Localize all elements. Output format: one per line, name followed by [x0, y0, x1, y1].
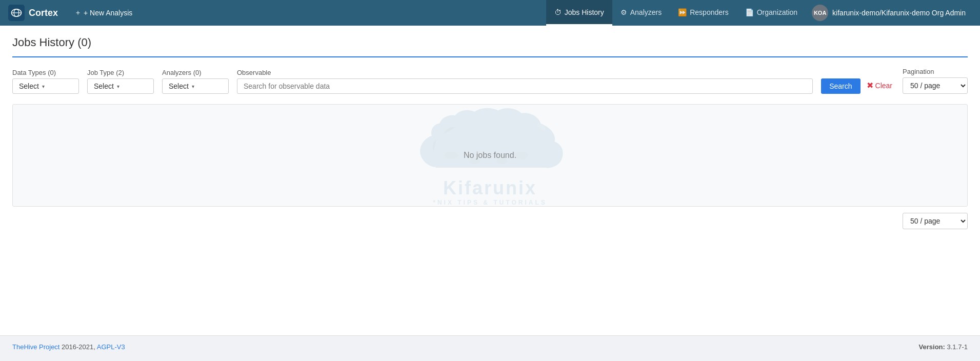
footer-version-label: Version: — [919, 343, 945, 351]
cortex-logo-icon — [8, 5, 25, 21]
job-type-filter: Job Type (2) Select ▾ — [87, 69, 154, 94]
clear-button[interactable]: ✖ Clear — [865, 77, 894, 94]
search-button[interactable]: Search — [821, 78, 860, 94]
rhino-icon — [403, 105, 577, 183]
nav-analyzers[interactable]: ⚙ Analyzers — [612, 0, 670, 26]
brand-name: Cortex — [29, 8, 58, 18]
pagination-select-bottom[interactable]: 50 / page 25 / page 10 / page 100 / page — [903, 213, 968, 229]
pagination-label: Pagination — [903, 68, 968, 75]
footer-version-number: 3.1.7-1 — [947, 343, 968, 351]
responder-icon: ⏩ — [678, 8, 687, 16]
nav-organization-label: Organization — [757, 8, 797, 16]
analyzers-caret: ▾ — [192, 84, 194, 89]
job-type-caret: ▾ — [117, 84, 119, 89]
timer-icon: ⏱ — [554, 8, 562, 16]
pagination-select-top[interactable]: 50 / page 25 / page 10 / page 100 / page — [903, 77, 968, 94]
new-analysis-button[interactable]: ＋ + New Analysis — [68, 5, 138, 21]
analyzers-filter-label: Analyzers (0) — [162, 69, 229, 76]
observable-label: Observable — [237, 69, 813, 76]
pagination-top: Pagination 50 / page 25 / page 10 / page… — [903, 68, 968, 94]
org-icon: 📄 — [745, 8, 754, 16]
watermark-brand-text: Kifarunix — [443, 177, 537, 199]
analyzers-select[interactable]: Select ▾ — [162, 78, 229, 94]
plus-icon: ＋ — [74, 8, 82, 17]
analyzers-filter: Analyzers (0) Select ▾ — [162, 69, 229, 94]
thehive-link[interactable]: TheHive Project — [12, 343, 59, 351]
footer-right: Version: 3.1.7-1 — [919, 343, 968, 351]
job-type-label: Job Type (2) — [87, 69, 154, 76]
search-actions: Search ✖ Clear — [821, 77, 894, 94]
user-menu[interactable]: KOA kifarunix-demo/Kifarunix-demo Org Ad… — [806, 5, 972, 21]
observable-search-input[interactable] — [237, 78, 813, 94]
observable-filter: Observable — [237, 69, 813, 94]
brand-logo[interactable]: Cortex — [8, 5, 58, 21]
no-jobs-message: No jobs found. — [464, 151, 516, 160]
data-types-filter: Data Types (0) Select ▾ — [12, 69, 79, 94]
data-types-select[interactable]: Select ▾ — [12, 78, 79, 94]
results-area: Kifarunix *NIX TIPS & TUTORIALS No jobs … — [12, 104, 968, 207]
footer: TheHive Project 2016-2021, AGPL-V3 Versi… — [0, 335, 980, 358]
data-types-btn-label: Select — [19, 82, 39, 90]
nav-items: ⏱ Jobs History ⚙ Analyzers ⏩ Responders … — [546, 0, 806, 26]
nav-responders-label: Responders — [690, 8, 729, 16]
nav-organization[interactable]: 📄 Organization — [737, 0, 806, 26]
footer-years-text: 2016-2021, — [62, 343, 95, 351]
job-type-select[interactable]: Select ▾ — [87, 78, 154, 94]
watermark-sub-text: *NIX TIPS & TUTORIALS — [433, 199, 547, 206]
filters-row: Data Types (0) Select ▾ Job Type (2) Sel… — [12, 68, 968, 94]
data-types-label: Data Types (0) — [12, 69, 79, 76]
new-analysis-label: + New Analysis — [84, 9, 132, 17]
clear-icon: ✖ — [867, 81, 873, 90]
avatar: KOA — [812, 5, 828, 21]
analyzers-btn-label: Select — [169, 82, 189, 90]
footer-left: TheHive Project 2016-2021, AGPL-V3 — [12, 343, 125, 351]
results-footer: 50 / page 25 / page 10 / page 100 / page — [12, 213, 968, 229]
nav-responders[interactable]: ⏩ Responders — [670, 0, 737, 26]
job-type-btn-label: Select — [94, 82, 114, 90]
svg-point-4 — [444, 151, 458, 159]
main-content: Jobs History (0) Data Types (0) Select ▾… — [0, 26, 980, 335]
clear-label: Clear — [875, 82, 892, 90]
cog-icon: ⚙ — [621, 8, 627, 16]
nav-jobs-history-label: Jobs History — [565, 8, 604, 16]
user-display-name: kifarunix-demo/Kifarunix-demo Org Admin — [832, 9, 966, 17]
page-title: Jobs History (0) — [12, 36, 968, 57]
license-link[interactable]: AGPL-V3 — [97, 343, 125, 351]
navbar: Cortex ＋ + New Analysis ⏱ Jobs History ⚙… — [0, 0, 980, 26]
nav-jobs-history[interactable]: ⏱ Jobs History — [546, 0, 612, 26]
nav-analyzers-label: Analyzers — [630, 8, 662, 16]
data-types-caret: ▾ — [42, 84, 45, 89]
